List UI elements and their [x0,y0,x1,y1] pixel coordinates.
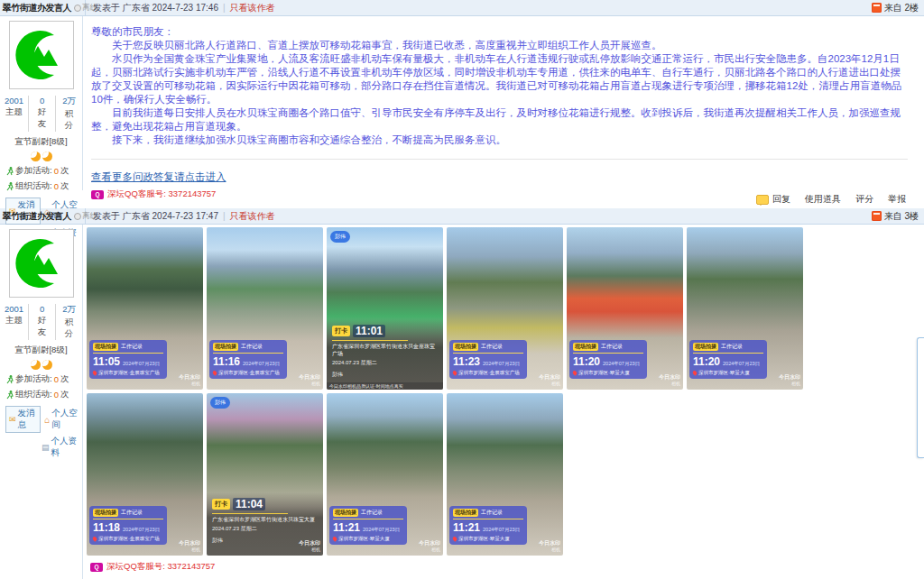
watermark-label: 现场拍摄工作记录 11:162024年07月23日 深圳市罗湖区·金展珠宝广场 [209,340,287,379]
runner-icon [6,182,14,191]
photo-1121-a[interactable]: 现场拍摄工作记录 11:212024年07月23日 深圳市罗湖区·翠景大厦 今日… [327,393,443,556]
watermark-badge: 现场拍摄 [93,343,118,351]
only-author-link[interactable]: 只看该作者 [230,2,275,14]
stat-points[interactable]: 2万 [60,304,78,316]
photo-time: 11:21 [453,521,480,534]
paragraph: 接下来，我街道继续加强水贝珠宝商圈市容和交通综合整治，不断提高为民服务意识。 [91,133,910,147]
post-2-content: 现场拍摄工作记录 11:052024年07月23日 深圳市罗湖区·金展珠宝广场 … [83,225,924,579]
stat-friends[interactable]: 0 [33,96,51,106]
checkin-divider [212,513,288,514]
qq-icon: Q [91,190,104,199]
only-author-link[interactable]: 只看该作者 [230,210,275,223]
photo-address: 深圳市罗湖区·金展珠宝广场 [458,370,520,376]
checkin-name: 彭伟 [332,371,438,379]
profile-link[interactable]: ▤ 个人资料 [42,436,79,459]
photo-1120-a[interactable]: 现场拍摄工作记录 11:202024年07月23日 深圳市罗湖区·翠景大厦 今日… [567,227,683,390]
checkin-badge: 打卡 [212,499,230,510]
checkin-divider [332,340,408,341]
photo-1120-b[interactable]: 现场拍摄工作记录 11:202024年07月23日 深圳市罗湖区·翠景大厦 今日… [687,227,803,390]
post-1-sidebar: 2001主题 0好友 2万积分 宣节副尉[8级] 参加活动: 0 次 [0,16,83,190]
photo-address: 广东省深圳市罗湖区翠竹街道水贝金座珠宝广场 [332,344,438,357]
photo-grid: 现场拍摄工作记录 11:052024年07月23日 深圳市罗湖区·金展珠宝广场 … [87,227,808,556]
photo-address: 深圳市罗湖区·金展珠宝广场 [98,536,160,542]
more-replies-link[interactable]: 查看更多问政答复请点击进入 [91,170,226,184]
photo-time: 11:20 [573,355,600,368]
qq-service-line: Q 深坛QQ客服号: 3372143757 [90,561,924,573]
photo-1123[interactable]: 现场拍摄工作记录 11:232024年07月23日 深圳市罗湖区·金展珠宝广场 … [447,227,563,390]
checkin-date: 2024.07.23 星期二 [212,525,318,533]
runner-icon [6,391,14,400]
green-logo-icon [14,28,69,82]
stat-threads[interactable]: 2001 [5,304,23,314]
photo-1116[interactable]: 现场拍摄工作记录 11:162024年07月23日 深圳市罗湖区·金展珠宝广场 … [207,227,323,390]
watermark-logo: 今日水印相机 [659,374,680,387]
rate-button[interactable]: 评分 [855,193,873,206]
photo-1105[interactable]: 现场拍摄工作记录 11:052024年07月23日 深圳市罗湖区·金展珠宝广场 … [87,227,203,390]
photo-address: 深圳市罗湖区·翠景大厦 [338,536,390,542]
activity-organized: 组织活动: 0 次 [0,180,82,192]
use-props-button[interactable]: 使用道具 [805,193,841,206]
watermark-logo: 今日水印相机 [179,540,200,553]
photo-1104-checkin[interactable]: 彭伟 打卡11:04 广东省深圳市罗湖区翠竹街道水贝珠宝大厦 2024.07.2… [207,393,323,556]
watermark-logo: 今日水印相机 [779,374,800,387]
reply-bubble-icon [756,195,769,205]
author-rank: 宣节副尉[8级] [0,345,82,356]
offline-dot-icon [74,213,81,220]
checkin-user-badge: 彭伟 [210,397,230,409]
photo-address: 广东省深圳市罗湖区翠竹街道水贝珠宝大厦 [212,517,318,524]
photo-time: 11:18 [93,521,120,534]
medal-icons [0,152,82,161]
send-message-button[interactable]: ✉ 发消息 [5,406,41,433]
author-stats: 2001主题 0好友 2万积分 [0,96,82,132]
watermark-logo: 今日水印相机 [299,540,320,553]
avatar[interactable] [9,229,74,298]
author-name[interactable]: 翠竹街道办发言人 [3,2,71,14]
floor-badge-icon [872,211,882,221]
author-name[interactable]: 翠竹街道办发言人 [3,210,71,223]
watermark-badge: 现场拍摄 [693,343,718,351]
floor-badge-icon [872,3,882,13]
list-icon: ▤ [42,444,50,452]
post-2: 翠竹街道办发言人 离线 发表于 广东省 2024-7-23 17:47 | 只看… [0,208,924,579]
header-separator: | [223,3,226,13]
medal-icons [0,360,82,370]
reply-button[interactable]: 回复 [756,193,790,206]
signature-divider [91,159,908,160]
stat-threads[interactable]: 2001 [5,96,23,106]
post-1-header: 翠竹街道办发言人 离线 发表于 广东省 2024-7-23 17:46 | 只看… [0,0,924,16]
checkin-cert-line: 今日水印相机品质认证·时间地点真实 [327,382,443,390]
photo-time: 11:05 [93,355,120,368]
watermark-badge: 现场拍摄 [453,343,478,351]
personal-space-link[interactable]: ⌂ 个人空间 [44,408,79,431]
watermark-badge: 现场拍摄 [213,343,238,351]
paragraph: 目前我街道每日安排人员在水贝珠宝商圈各个路口值守、引导市民安全有序停车及出行，及… [91,106,910,133]
author-rank: 宣节副尉[8级] [0,136,82,148]
qq-icon: Q [90,563,103,572]
post-2-author-cell: 翠竹街道办发言人 离线 [0,208,86,224]
runner-icon [6,375,14,384]
stat-points[interactable]: 2万 [60,96,78,107]
watermark-label: 现场拍摄工作记录 11:232024年07月23日 深圳市罗湖区·金展珠宝广场 [449,340,527,379]
watermark-logo: 今日水印相机 [539,540,560,553]
avatar[interactable] [9,21,74,89]
watermark-logo: 今日水印相机 [179,374,200,387]
post-1-author-cell: 翠竹街道办发言人 离线 [0,0,86,15]
header-separator: | [223,211,226,221]
post-timestamp: 发表于 广东省 2024-7-23 17:47 [93,210,218,223]
watermark-badge: 现场拍摄 [573,343,598,351]
photo-time: 11:21 [333,521,360,534]
sidebar-actions: ✉ 发消息 ⌂ 个人空间 ▤ 个人资料 [5,406,79,459]
watermark-badge: 现场拍摄 [93,509,118,517]
photo-1118[interactable]: 现场拍摄工作记录 11:182024年07月23日 深圳市罗湖区·金展珠宝广场 … [87,393,203,556]
side-panel-handle[interactable] [917,337,924,458]
photo-address: 深圳市罗湖区·翠景大厦 [698,370,750,376]
pin-icon [572,370,578,375]
floor-indicator: 来自 3楼 [872,210,924,223]
photo-1121-b[interactable]: 现场拍摄工作记录 11:212024年07月23日 深圳市罗湖区·翠景大厦 今日… [447,393,563,556]
stat-friends[interactable]: 0 [33,304,51,314]
watermark-logo: 今日水印相机 [539,374,560,387]
photo-1101-checkin[interactable]: 彭伟 打卡11:01 广东省深圳市罗湖区翠竹街道水贝金座珠宝广场 2024.07… [327,227,443,390]
pin-icon [332,536,337,541]
moon-medal-icon [42,152,52,161]
report-button[interactable]: 举报 [888,193,906,206]
